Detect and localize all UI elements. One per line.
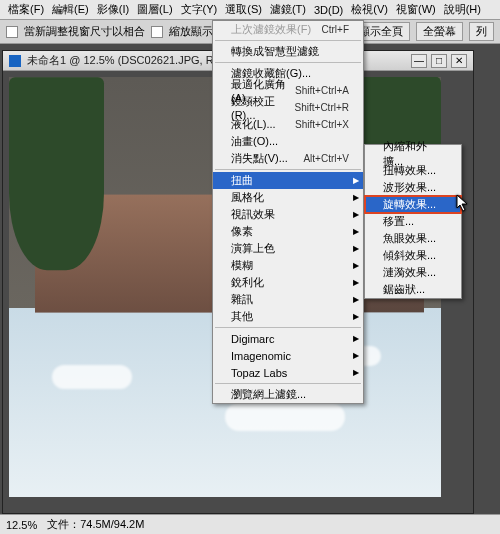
distort-ripple[interactable]: 漣漪效果... <box>365 264 461 281</box>
menu-window[interactable]: 視窗(W) <box>392 0 440 19</box>
filter-last: 上次濾鏡效果(F)Ctrl+F <box>213 21 363 38</box>
filter-blur[interactable]: 模糊 <box>213 257 363 274</box>
menu-edit[interactable]: 編輯(E) <box>48 0 93 19</box>
filter-digimarc[interactable]: Digimarc <box>213 330 363 347</box>
filter-sharpen[interactable]: 銳利化 <box>213 274 363 291</box>
menu-layer[interactable]: 圖層(L) <box>133 0 176 19</box>
app-badge-icon <box>9 55 21 67</box>
filter-vanish[interactable]: 消失點(V)...Alt+Ctrl+V <box>213 150 363 167</box>
resize-checkbox[interactable] <box>6 26 18 38</box>
menu-select[interactable]: 選取(S) <box>221 0 266 19</box>
distort-displace[interactable]: 移置... <box>365 213 461 230</box>
filter-liquify[interactable]: 液化(L)...Shift+Ctrl+X <box>213 116 363 133</box>
distort-submenu: 內縮和外擴... 扭轉效果... 波形效果... 旋轉效果... 移置... 魚… <box>364 144 462 299</box>
menu-image[interactable]: 影像(I) <box>93 0 133 19</box>
menu-type[interactable]: 文字(Y) <box>177 0 222 19</box>
distort-zigzag[interactable]: 鋸齒狀... <box>365 281 461 298</box>
resize-label: 當新調整視窗尺寸以相合 <box>24 24 145 39</box>
menu-file[interactable]: 檔案(F) <box>4 0 48 19</box>
distort-twirl[interactable]: 扭轉效果... <box>365 162 461 179</box>
filter-render[interactable]: 演算上色 <box>213 240 363 257</box>
filter-noise[interactable]: 雜訊 <box>213 291 363 308</box>
filter-smart[interactable]: 轉換成智慧型濾鏡 <box>213 43 363 60</box>
filter-stylize[interactable]: 風格化 <box>213 189 363 206</box>
menu-help[interactable]: 說明(H) <box>440 0 485 19</box>
menu-view[interactable]: 檢視(V) <box>347 0 392 19</box>
menu-filter[interactable]: 濾鏡(T) <box>266 0 310 19</box>
filter-imagenomic[interactable]: Imagenomic <box>213 347 363 364</box>
minimize-icon[interactable]: — <box>411 54 427 68</box>
filter-other[interactable]: 其他 <box>213 308 363 325</box>
zoom-checkbox[interactable] <box>151 26 163 38</box>
filter-video[interactable]: 視訊效果 <box>213 206 363 223</box>
zoom-value[interactable]: 12.5% <box>6 519 37 531</box>
zoom-label: 縮放顯示 <box>169 24 213 39</box>
doc-size: 文件：74.5M/94.2M <box>47 517 144 532</box>
maximize-icon[interactable]: □ <box>431 54 447 68</box>
filter-pixelate[interactable]: 像素 <box>213 223 363 240</box>
close-icon[interactable]: ✕ <box>451 54 467 68</box>
fill-screen-button[interactable]: 全螢幕 <box>416 22 463 41</box>
distort-spin[interactable]: 旋轉效果... <box>365 196 461 213</box>
distort-fisheye[interactable]: 魚眼效果... <box>365 230 461 247</box>
statusbar: 12.5% 文件：74.5M/94.2M <box>0 514 500 534</box>
filter-distort[interactable]: 扭曲 <box>213 172 363 189</box>
distort-wave[interactable]: 波形效果... <box>365 179 461 196</box>
filter-lens[interactable]: 鏡頭校正(R)...Shift+Ctrl+R <box>213 99 363 116</box>
menubar: 檔案(F) 編輯(E) 影像(I) 圖層(L) 文字(Y) 選取(S) 濾鏡(T… <box>0 0 500 20</box>
filter-oil[interactable]: 油畫(O)... <box>213 133 363 150</box>
filter-browse[interactable]: 瀏覽網上濾鏡... <box>213 386 363 403</box>
distort-shear[interactable]: 傾斜效果... <box>365 247 461 264</box>
print-size-button[interactable]: 列 <box>469 22 494 41</box>
menu-3d[interactable]: 3D(D) <box>310 2 347 18</box>
filter-topaz[interactable]: Topaz Labs <box>213 364 363 381</box>
distort-pinch[interactable]: 內縮和外擴... <box>365 145 461 162</box>
filter-menu: 上次濾鏡效果(F)Ctrl+F 轉換成智慧型濾鏡 濾鏡收藏館(G)... 最適化… <box>212 20 364 404</box>
